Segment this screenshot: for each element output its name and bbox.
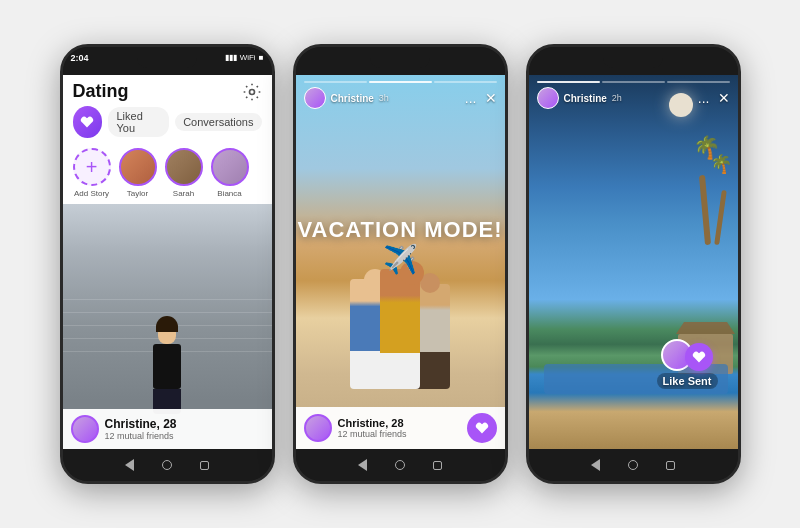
resort-progress-1 xyxy=(537,81,600,83)
story-progress-bars xyxy=(304,81,497,83)
profile-name: Christine, 28 xyxy=(105,417,177,431)
story-profile-left: Christine, 28 12 mutual friends xyxy=(304,414,407,442)
taylor-label: Taylor xyxy=(127,189,148,198)
resort-story-screen: 🌴 🌴 Christine 2h xyxy=(529,75,738,449)
story-profile-text: Christine, 28 12 mutual friends xyxy=(338,417,407,439)
resort-story-overlay-top: Christine 2h ... ✕ xyxy=(529,75,738,113)
resort-story-username: Christine xyxy=(564,93,607,104)
recents-button-3[interactable] xyxy=(666,461,675,470)
phone3-top-bar xyxy=(529,47,738,75)
like-button[interactable] xyxy=(467,413,497,443)
notch3 xyxy=(603,54,663,68)
taylor-avatar-circle xyxy=(119,148,157,186)
stories-row: + Add Story Taylor Sarah Bianca xyxy=(63,144,272,204)
close-icon[interactable]: ✕ xyxy=(485,91,497,105)
phone2-top-bar xyxy=(296,47,505,75)
like-heart-icon xyxy=(685,343,713,371)
vacation-overlay: VACATION MODE! ✈️ xyxy=(297,217,502,276)
recents-button-2[interactable] xyxy=(433,461,442,470)
resort-story-header-row: Christine 2h ... ✕ xyxy=(537,87,730,109)
resort-progress-bars xyxy=(537,81,730,83)
story-username: Christine xyxy=(331,93,374,104)
signal-icon: ▮▮▮ xyxy=(225,53,237,62)
back-button-2[interactable] xyxy=(358,459,367,471)
phone2-nav xyxy=(296,449,505,481)
settings-icon[interactable] xyxy=(242,82,262,102)
palm-top-2: 🌴 xyxy=(710,153,732,175)
story-user-avatar xyxy=(304,87,326,109)
phone1-screen: Dating Liked You Conversations + Add Sto… xyxy=(63,75,272,449)
person-figure xyxy=(153,316,181,414)
battery-icon: ■ xyxy=(259,53,264,62)
story-profile-name: Christine, 28 xyxy=(338,417,407,429)
story-time: 3h xyxy=(379,93,389,103)
phone2-screen: Christine 3h ... ✕ VACATION MODE! ✈️ xyxy=(296,75,505,449)
back-button-3[interactable] xyxy=(591,459,600,471)
app-header: Dating xyxy=(63,75,272,106)
back-button[interactable] xyxy=(125,459,134,471)
liked-you-avatar xyxy=(73,106,103,138)
phone3-screen: 🌴 🌴 Christine 2h xyxy=(529,75,738,449)
add-story-circle[interactable]: + xyxy=(73,148,111,186)
profile-mini-avatar xyxy=(71,415,99,443)
status-icons: ▮▮▮ WiFi ■ xyxy=(225,53,264,62)
torso xyxy=(153,344,181,389)
stair-line-1 xyxy=(63,299,272,300)
hair xyxy=(156,316,178,332)
profile-card[interactable]: Christine, 28 12 mutual friends xyxy=(63,204,272,449)
resort-close-icon[interactable]: ✕ xyxy=(718,91,730,105)
progress-bar-3 xyxy=(434,81,497,83)
story-user-info: Christine 3h xyxy=(304,87,389,109)
palm-trunk-2 xyxy=(714,190,727,245)
notch2 xyxy=(370,54,430,68)
tab-row: Liked You Conversations xyxy=(63,106,272,144)
home-button-3[interactable] xyxy=(628,460,638,470)
tab-liked-you[interactable]: Liked You xyxy=(108,107,169,137)
beach-people xyxy=(340,259,460,389)
story-taylor[interactable]: Taylor xyxy=(119,148,157,198)
story-sarah[interactable]: Sarah xyxy=(165,148,203,198)
like-sent-label: Like Sent xyxy=(657,373,718,389)
progress-bar-2 xyxy=(369,81,432,83)
phone3-nav xyxy=(529,449,738,481)
phone1-top-bar: 2:04 ▮▮▮ WiFi ■ xyxy=(63,47,272,75)
notch xyxy=(137,54,197,68)
home-button-2[interactable] xyxy=(395,460,405,470)
phone-2: Christine 3h ... ✕ VACATION MODE! ✈️ xyxy=(293,44,508,484)
stair-line-2 xyxy=(63,312,272,313)
plus-icon: + xyxy=(86,157,98,177)
sarah-avatar-circle xyxy=(165,148,203,186)
like-sent-overlay: Like Sent xyxy=(657,325,718,389)
story-bottom-info: Christine, 28 12 mutual friends xyxy=(296,407,505,449)
bianca-label: Bianca xyxy=(217,189,241,198)
beach-person-2 xyxy=(380,269,420,389)
phone-1: 2:04 ▮▮▮ WiFi ■ Dating Liked You Convers… xyxy=(60,44,275,484)
recents-button[interactable] xyxy=(200,461,209,470)
resort-progress-2 xyxy=(602,81,665,83)
sarah-label: Sarah xyxy=(173,189,194,198)
story-bianca[interactable]: Bianca xyxy=(211,148,249,198)
home-button[interactable] xyxy=(162,460,172,470)
bianca-avatar-circle xyxy=(211,148,249,186)
resort-story-time: 2h xyxy=(612,93,622,103)
palm-trees: 🌴 🌴 xyxy=(668,125,728,245)
phone-3: 🌴 🌴 Christine 2h xyxy=(526,44,741,484)
add-story-label: Add Story xyxy=(74,189,109,198)
palm-trunk-1 xyxy=(698,175,710,245)
story-actions: ... ✕ xyxy=(465,90,497,106)
like-sent-avatars xyxy=(661,325,713,371)
tab-conversations[interactable]: Conversations xyxy=(175,113,261,131)
status-time: 2:04 xyxy=(71,53,89,63)
profile-info-bar: Christine, 28 12 mutual friends xyxy=(63,409,272,449)
story-overlay-top: Christine 3h ... ✕ xyxy=(296,75,505,113)
app-title: Dating xyxy=(73,81,129,102)
profile-mutual: 12 mutual friends xyxy=(105,431,177,441)
more-options-icon[interactable]: ... xyxy=(465,90,477,106)
wifi-icon: WiFi xyxy=(240,53,256,62)
resort-more-options-icon[interactable]: ... xyxy=(698,90,710,106)
vacation-label: VACATION MODE! xyxy=(297,217,502,243)
resort-progress-3 xyxy=(667,81,730,83)
progress-bar-1 xyxy=(304,81,367,83)
add-story-item[interactable]: + Add Story xyxy=(73,148,111,198)
story-mini-avatar xyxy=(304,414,332,442)
